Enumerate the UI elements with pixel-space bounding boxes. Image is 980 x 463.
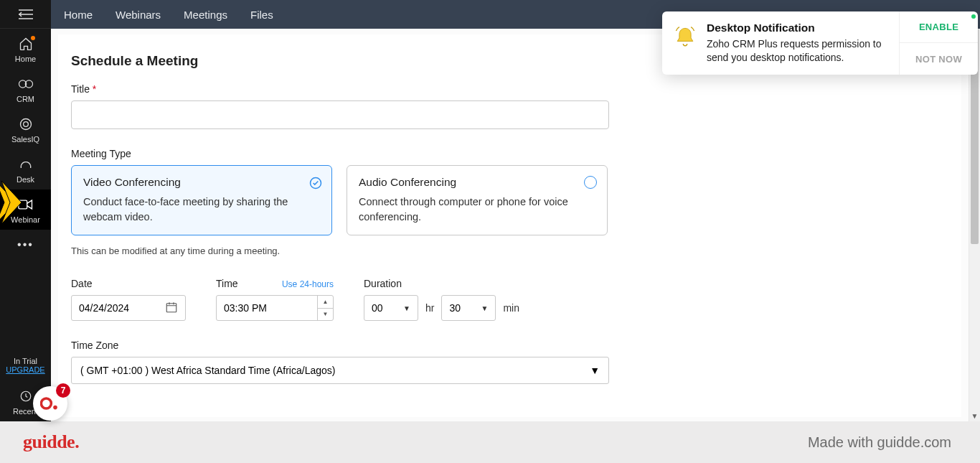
desktop-notification-toast: Desktop Notification Zoho CRM Plus reque… [662, 11, 978, 75]
svg-point-2 [20, 119, 31, 130]
trial-label: In Trial [0, 357, 51, 365]
toast-title: Desktop Notification [707, 22, 892, 34]
toast-notnow-button[interactable]: NOT NOW [900, 43, 978, 74]
sidebar-item-salesiq[interactable]: SalesIQ [0, 109, 51, 149]
guidde-badge[interactable]: 7 [33, 386, 67, 421]
presence-indicator [970, 13, 977, 20]
date-label: Date [71, 278, 186, 289]
sidebar-item-desk[interactable]: Desk [0, 149, 51, 190]
sidebar-item-home[interactable]: Home [0, 29, 51, 69]
footer-brand: guidde. [23, 431, 79, 453]
collapse-icon [19, 9, 33, 19]
time-spinner: ▲ ▼ [317, 296, 333, 320]
schedule-panel: Schedule a Meeting Title * Meeting Type … [58, 34, 961, 417]
notification-dot-icon [31, 36, 35, 40]
toast-body: Zoho CRM Plus requests permission to sen… [707, 37, 892, 65]
more-icon: ••• [18, 237, 34, 253]
calendar-icon [165, 301, 178, 316]
meeting-title-input[interactable] [71, 100, 609, 129]
use-24h-link[interactable]: Use 24-hours [282, 279, 334, 289]
date-input[interactable]: 04/24/2024 [71, 295, 186, 321]
toast-enable-button[interactable]: ENABLE [900, 11, 978, 43]
duration-hr-value: 00 [372, 302, 383, 314]
duration-label: Duration [364, 278, 519, 289]
recent-icon [18, 388, 34, 404]
svg-point-8 [41, 398, 51, 408]
webinar-icon [18, 197, 34, 212]
time-value: 03:30 PM [217, 302, 267, 314]
meeting-type-audio[interactable]: Audio Conferencing Connect through compu… [347, 165, 608, 235]
nav-item-files[interactable]: Files [250, 9, 273, 21]
caret-down-icon: ▼ [403, 304, 410, 312]
spinner-up[interactable]: ▲ [318, 296, 333, 309]
timezone-select[interactable]: ( GMT +01:00 ) West Africa Standard Time… [71, 357, 609, 384]
guidde-logo-icon [40, 393, 60, 413]
vertical-scrollbar[interactable]: ▼ [969, 29, 980, 421]
sidebar-item-more[interactable]: ••• [0, 230, 51, 261]
duration-hr-select[interactable]: 00 ▼ [364, 295, 418, 321]
caret-down-icon: ▼ [481, 304, 489, 312]
check-icon [308, 176, 321, 189]
caret-down-icon: ▼ [590, 365, 600, 376]
svg-point-9 [53, 406, 57, 410]
sidebar-item-label: Home [15, 55, 36, 63]
min-unit: min [503, 302, 519, 314]
svg-rect-4 [18, 200, 27, 209]
card-title: Video Conferencing [83, 176, 320, 189]
timezone-label: Time Zone [71, 340, 948, 351]
bell-icon [672, 24, 698, 50]
time-input[interactable]: 03:30 PM ▲ ▼ [216, 295, 334, 321]
meeting-type-options: Video Conferencing Conduct face-to-face … [71, 165, 948, 235]
duration-column: Duration 00 ▼ hr 30 ▼ min [364, 278, 519, 321]
main-area: Schedule a Meeting Title * Meeting Type … [51, 29, 969, 421]
app-sidebar: Home CRM SalesIQ Desk Webinar ••• In Tri… [0, 0, 51, 421]
date-value: 04/24/2024 [79, 302, 129, 314]
upgrade-link[interactable]: UPGRADE [0, 365, 51, 374]
svg-point-3 [23, 122, 28, 127]
card-desc: Connect through computer or phone for vo… [359, 195, 595, 225]
timezone-value: ( GMT +01:00 ) West Africa Standard Time… [80, 365, 335, 376]
meeting-type-label: Meeting Type [71, 148, 948, 159]
nav-item-meetings[interactable]: Meetings [184, 9, 227, 21]
nav-item-webinars[interactable]: Webinars [116, 9, 161, 21]
svg-rect-7 [166, 303, 176, 312]
time-label: Time [216, 278, 238, 289]
nav-item-home[interactable]: Home [64, 9, 93, 21]
spinner-down[interactable]: ▼ [318, 309, 333, 321]
crm-icon [18, 76, 34, 92]
sidebar-collapse-button[interactable] [0, 0, 51, 29]
badge-count: 7 [56, 383, 70, 398]
footer-bar: guidde. Made with guidde.com [0, 421, 980, 463]
radio-icon [584, 176, 597, 189]
card-title: Audio Conferencing [359, 176, 595, 189]
sidebar-trial-block: In Trial UPGRADE [0, 352, 51, 381]
sidebar-item-label: Desk [17, 175, 34, 184]
duration-min-value: 30 [449, 302, 461, 314]
time-column: Time Use 24-hours 03:30 PM ▲ ▼ [216, 278, 334, 321]
sidebar-item-label: CRM [17, 95, 34, 103]
sidebar-item-crm[interactable]: CRM [0, 69, 51, 109]
footer-attribution: Made with guidde.com [808, 434, 951, 451]
sidebar-item-webinar[interactable]: Webinar [0, 190, 51, 230]
card-desc: Conduct face-to-face meeting by sharing … [83, 195, 320, 225]
scroll-down-arrow[interactable]: ▼ [969, 410, 980, 421]
desk-icon [18, 156, 34, 172]
meeting-type-video[interactable]: Video Conferencing Conduct face-to-face … [71, 165, 332, 235]
meeting-type-hint: This can be modified at any time during … [71, 245, 948, 256]
duration-min-select[interactable]: 30 ▼ [441, 295, 496, 321]
title-field-label: Title * [71, 83, 948, 95]
hr-unit: hr [425, 302, 434, 314]
sidebar-item-label: Webinar [11, 215, 40, 224]
sidebar-item-label: SalesIQ [11, 135, 39, 144]
required-marker: * [93, 83, 96, 95]
date-column: Date 04/24/2024 [71, 278, 186, 321]
salesiq-icon [18, 116, 34, 132]
